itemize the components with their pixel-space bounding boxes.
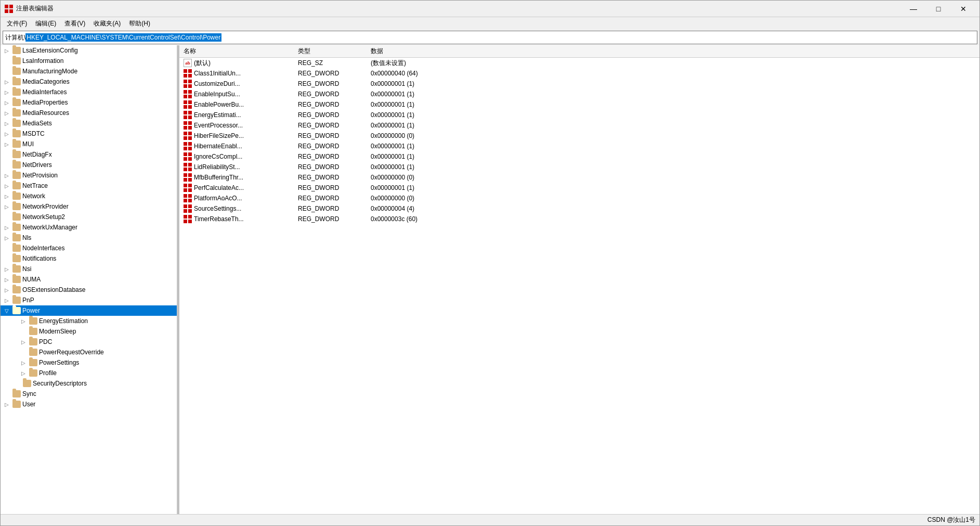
tree-item-netprovision[interactable]: ▷ NetProvision [1,170,177,181]
expand-icon[interactable]: ▷ [19,369,28,377]
expand-icon[interactable]: ▷ [19,317,28,325]
menu-view[interactable]: 查看(V) [60,18,89,29]
tree-item-msdtc[interactable]: ▷ MSDTC [1,129,177,139]
folder-icon [12,203,21,210]
menu-favorites[interactable]: 收藏夹(A) [89,18,125,29]
table-row[interactable]: MfbBufferingThr...REG_DWORD0x00000000 (0… [179,172,979,183]
tree-item-netdiagfx[interactable]: NetDiagFx [1,149,177,160]
tree-item-securitydescriptors[interactable]: SecurityDescriptors [1,378,177,389]
folder-icon-open [12,307,21,314]
tree-item-mediacategories[interactable]: ▷ MediaCategories [1,76,177,87]
tree-item-lsainformation[interactable]: LsaInformation [1,56,177,66]
maximize-button[interactable]: □ [926,2,950,16]
tree-item-networksetup2[interactable]: NetworkSetup2 [1,212,177,222]
expand-icon[interactable]: ▷ [3,171,11,179]
tree-item-manufacturingmode[interactable]: ManufacturingMode [1,66,177,76]
expand-icon[interactable]: ▷ [19,358,28,367]
tree-item-nettrace[interactable]: ▷ NetTrace [1,181,177,191]
cell-type: REG_DWORD [294,141,367,151]
expand-icon[interactable]: ▷ [3,130,11,138]
col-type: 类型 [294,45,367,58]
tree-item-network[interactable]: ▷ Network [1,191,177,201]
tree-item-energyestimation[interactable]: ▷ EnergyEstimation [1,316,177,326]
table-row[interactable]: Class1InitialUn...REG_DWORD0x00000040 (6… [179,68,979,79]
tree-item-mediasets[interactable]: ▷ MediaSets [1,118,177,129]
tree-panel[interactable]: ▷ LsaExtensionConfig LsaInformation Manu… [1,45,177,514]
tree-item-nls[interactable]: ▷ Nls [1,233,177,243]
expand-icon[interactable]: ▷ [3,275,11,284]
tree-item-numa[interactable]: ▷ NUMA [1,274,177,285]
expand-icon[interactable]: ▷ [3,88,11,96]
svg-rect-45 [188,173,192,177]
expand-icon[interactable]: ▷ [3,202,11,211]
tree-label: MSDTC [22,130,45,137]
tree-item-power[interactable]: ▽ Power [1,305,177,316]
tree-item-pnp[interactable]: ▷ PnP [1,295,177,305]
tree-item-mediaresources[interactable]: ▷ MediaResources [1,108,177,118]
expand-icon[interactable]: ▷ [3,140,11,148]
col-data: 数据 [367,45,979,58]
tree-item-mui[interactable]: ▷ MUI [1,139,177,149]
tree-item-powersettings[interactable]: ▷ PowerSettings [1,357,177,368]
expand-icon[interactable]: ▷ [3,286,11,294]
expand-icon[interactable]: ▷ [3,46,11,55]
expand-icon[interactable]: ▷ [3,192,11,200]
tree-item-mediaproperties[interactable]: ▷ MediaProperties [1,97,177,108]
svg-rect-62 [184,220,187,223]
table-row[interactable]: SourceSettings...REG_DWORD0x00000004 (4) [179,203,979,214]
expand-icon[interactable]: ▽ [3,306,11,315]
table-row[interactable]: PerfCalculateAc...REG_DWORD0x00000001 (1… [179,183,979,193]
expand-icon[interactable]: ▷ [3,109,11,117]
tree-item-mediainterfaces[interactable]: ▷ MediaInterfaces [1,87,177,97]
table-row[interactable]: IgnoreCsCompl...REG_DWORD0x00000001 (1) [179,151,979,162]
table-row[interactable]: TimerRebaseTh...REG_DWORD0x0000003c (60) [179,214,979,224]
expand-icon[interactable]: ▷ [3,182,11,190]
tree-item-pdc[interactable]: ▷ PDC [1,337,177,347]
address-bar[interactable]: 计算机\HKEY_LOCAL_MACHINE\SYSTEM\CurrentCon… [3,31,977,44]
tree-item-profile[interactable]: ▷ Profile [1,368,177,378]
expand-icon[interactable]: ▷ [19,338,28,346]
expand-icon[interactable]: ▷ [3,119,11,127]
expand-icon[interactable]: ▷ [3,98,11,107]
minimize-button[interactable]: — [901,2,925,16]
tree-item-sync[interactable]: Sync [1,389,177,399]
dword-icon [184,80,192,88]
expand-spacer [3,67,11,75]
table-row[interactable]: CustomizeDuri...REG_DWORD0x00000001 (1) [179,79,979,89]
expand-icon[interactable]: ▷ [3,234,11,242]
tree-item-user[interactable]: ▷ User [1,399,177,409]
menu-help[interactable]: 帮助(H) [125,18,154,29]
table-row[interactable]: EventProcessor...REG_DWORD0x00000001 (1) [179,120,979,131]
table-row[interactable]: LidReliabilitySt...REG_DWORD0x00000001 (… [179,162,979,172]
tree-item-osextensiondatabase[interactable]: ▷ OSExtensionDatabase [1,285,177,295]
svg-rect-39 [188,157,192,161]
table-row[interactable]: PlatformAoAcO...REG_DWORD0x00000000 (0) [179,193,979,203]
tree-item-netdrivers[interactable]: NetDrivers [1,160,177,170]
tree-item-networkuxmanager[interactable]: ▷ NetworkUxManager [1,222,177,233]
expand-icon[interactable]: ▷ [3,223,11,232]
close-button[interactable]: ✕ [951,2,975,16]
tree-item-nsi[interactable]: ▷ Nsi [1,264,177,274]
menu-edit[interactable]: 编辑(E) [31,18,60,29]
expand-icon[interactable]: ▷ [3,400,11,408]
table-row[interactable]: EnergyEstimati...REG_DWORD0x00000001 (1) [179,110,979,120]
menu-file[interactable]: 文件(F) [3,18,31,29]
table-row[interactable]: HibernateEnabl...REG_DWORD0x00000001 (1) [179,141,979,151]
svg-rect-7 [188,74,192,78]
table-row[interactable]: EnableInputSu...REG_DWORD0x00000001 (1) [179,89,979,99]
table-row[interactable]: ab(默认)REG_SZ(数值未设置) [179,58,979,69]
dword-icon [184,194,192,202]
tree-item-nodeinterfaces[interactable]: NodeInterfaces [1,243,177,253]
expand-icon[interactable]: ▷ [3,78,11,86]
svg-rect-52 [184,194,187,198]
tree-item-networkprovider[interactable]: ▷ NetworkProvider [1,201,177,212]
table-row[interactable]: HiberFileSizePe...REG_DWORD0x00000000 (0… [179,131,979,141]
tree-item-modernsleep[interactable]: ModernSleep [1,326,177,337]
table-row[interactable]: EnablePowerBu...REG_DWORD0x00000001 (1) [179,99,979,110]
tree-item-lsaextensionconfig[interactable]: ▷ LsaExtensionConfig [1,45,177,56]
expand-icon[interactable]: ▷ [3,265,11,273]
tree-item-notifications[interactable]: Notifications [1,253,177,264]
expand-icon[interactable]: ▷ [3,296,11,304]
data-panel[interactable]: 名称 类型 数据 ab(默认)REG_SZ(数值未设置)Class1Initia… [179,45,979,514]
tree-item-powerrequestoverride[interactable]: PowerRequestOverride [1,347,177,357]
